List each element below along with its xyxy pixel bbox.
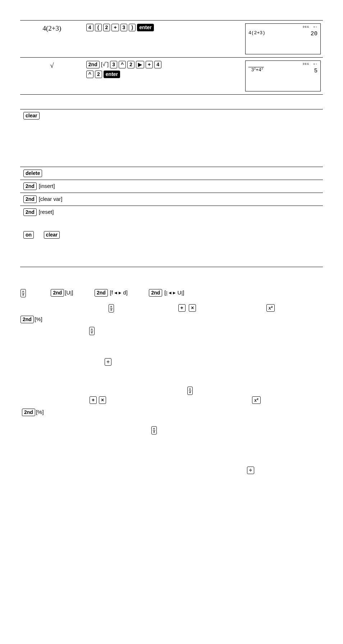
display-input: 4(2+3) [248, 30, 265, 37]
display-output: 20 [311, 30, 317, 38]
key-plus: + [178, 304, 186, 312]
example-label: 4(2+3) [20, 21, 84, 58]
key-on: on [23, 231, 34, 239]
key-nd: nd [20, 289, 26, 297]
desc-cell [114, 206, 323, 267]
examples-table: 4(2+3) 4 ( 2 + 3 ) enter DEG ✦✧ 4(2+3) 2… [20, 20, 323, 95]
display-input: 32+42 [248, 67, 264, 74]
key-times: × [189, 304, 196, 312]
para2: In Classic mode, fractions with nd do no… [20, 326, 323, 335]
key-caret: ^ [86, 71, 93, 78]
key-cell: 2nd reset on clear [20, 206, 114, 267]
key-x2: x² [266, 304, 275, 312]
key-3: 3 [110, 61, 117, 68]
key-nd: nd [89, 327, 95, 335]
skey-ndund: nd ◂ ▸ Und [164, 289, 184, 297]
key-2: 2 [95, 71, 102, 78]
key-cell: 2nd clear var [20, 193, 114, 206]
sqrt-symbol: √ [50, 62, 54, 69]
para3: ). The numerator must be an integer, and… [20, 350, 323, 366]
key-enter: enter [137, 24, 154, 31]
key-clear: clear [44, 231, 60, 239]
display-output: 5 [314, 67, 317, 75]
skey-clearvar: clear var [39, 195, 63, 203]
example-label: √ [20, 58, 84, 95]
clearing-table: clear delete 2nd insert 2nd clear var 2n… [20, 109, 323, 267]
key-2: 2 [127, 61, 134, 68]
key-cell: clear [20, 109, 114, 167]
key-enter: enter [104, 71, 120, 78]
key-2nd: 2nd [23, 195, 37, 203]
example-keystrokes: 2nd √‾ 3 ^ 2 ▶+ 4 ^ 2 enter [84, 58, 211, 95]
key-clear: clear [23, 112, 40, 120]
skey-und: Und [65, 289, 73, 297]
key-caret: ^ [119, 61, 126, 68]
example-display: DEG ✦✧ 4(2+3) 20 [211, 21, 323, 58]
key-plus: + [111, 24, 119, 31]
skey-reset: reset [39, 208, 54, 216]
calc-display: DEG ✦✧ 4(2+3) 20 [245, 23, 321, 54]
floating-nd: nd [187, 386, 193, 389]
key-4: 4 [154, 61, 161, 68]
key-2nd: 2nd [51, 289, 64, 297]
example-keystrokes: 4 ( 2 + 3 ) enter [84, 21, 211, 58]
key-right: ▶ [136, 61, 144, 68]
desc-cell [114, 167, 323, 180]
key-2nd: 2nd [86, 61, 100, 68]
key-nd: nd [109, 304, 114, 312]
key-delete: delete [23, 170, 42, 177]
skey-pct: % [35, 315, 42, 324]
key-divide: ÷ [105, 358, 112, 366]
para1: In the MathPrint™ mode, fractions with n… [20, 304, 323, 312]
key-cell: 2nd insert [20, 180, 114, 193]
key-rparen: ) [129, 24, 136, 31]
fractions-keyrow: nd 2ndUnd 2nd f ◂ ▸ d 2nd nd ◂ ▸ Und [20, 289, 323, 297]
key-cell: delete [20, 167, 114, 180]
key-2: 2 [103, 24, 110, 31]
example-display: DEG ✦✧ 32+42 5 [211, 58, 323, 95]
key-2nd: 2nd [20, 316, 34, 323]
key-2nd: 2nd [23, 208, 37, 216]
key-plus: + [146, 61, 153, 68]
skey-insert: insert [39, 182, 55, 190]
skey-sqrt: √‾ [101, 60, 109, 69]
key-2nd: 2nd [95, 289, 108, 297]
key-2nd: 2nd [23, 183, 37, 190]
fractions-prose: In the MathPrint™ mode, fractions with n… [20, 304, 323, 366]
key-4: 4 [86, 24, 93, 31]
desc-cell [114, 193, 323, 206]
calc-display: DEG ✦✧ 32+42 5 [245, 60, 321, 91]
key-2nd: 2nd [149, 289, 162, 297]
skey-fd: f ◂ ▸ d [110, 289, 128, 297]
desc-cell [114, 109, 323, 167]
key-lparen: ( [95, 24, 102, 31]
desc-cell [114, 180, 323, 193]
key-3: 3 [120, 24, 128, 31]
